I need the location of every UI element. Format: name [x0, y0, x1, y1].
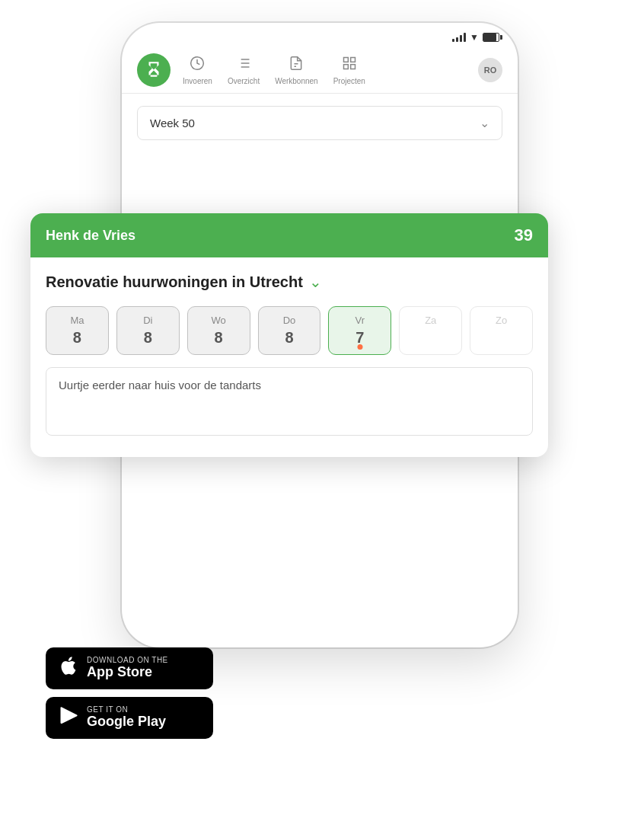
day-number-di: 8: [144, 329, 152, 347]
day-label-wo: Wo: [212, 315, 226, 326]
user-avatar[interactable]: RO: [478, 58, 502, 82]
day-btn-za[interactable]: Za: [399, 306, 462, 355]
app-store-subtitle: Download on the: [87, 656, 168, 664]
day-label-di: Di: [143, 315, 152, 326]
app-store-text: Download on the App Store: [87, 656, 168, 681]
google-play-icon: [58, 705, 79, 731]
svg-rect-9: [343, 57, 348, 62]
nav-item-werkbonnen[interactable]: Werkbonnen: [275, 56, 318, 85]
status-icons: ▼: [452, 32, 499, 43]
store-buttons: Download on the App Store: [46, 647, 213, 739]
wifi-icon: ▼: [470, 32, 479, 43]
project-title: Renovatie huurwoningen in Utrecht: [46, 273, 303, 291]
svg-rect-10: [350, 57, 355, 62]
chevron-down-icon: ⌄: [480, 116, 489, 130]
nav-label-invoeren: Invoeren: [183, 77, 212, 85]
project-title-row: Renovatie huurwoningen in Utrecht ⌄: [46, 273, 533, 291]
day-label-za: Za: [425, 315, 436, 326]
timesheet-card: Henk de Vries 39 Renovatie huurwoningen …: [30, 213, 548, 457]
day-number-ma: 8: [73, 329, 81, 347]
svg-rect-12: [350, 64, 355, 69]
day-btn-do[interactable]: Do 8: [258, 306, 321, 355]
day-number-zo: [499, 329, 504, 347]
card-header: Henk de Vries 39: [30, 213, 548, 257]
day-btn-wo[interactable]: Wo 8: [187, 306, 250, 355]
google-play-text: GET IT ON Google Play: [87, 705, 166, 730]
app-store-title: App Store: [87, 664, 168, 681]
svg-rect-11: [343, 64, 348, 69]
day-btn-vr[interactable]: Vr 7: [328, 306, 391, 355]
nav-label-overzicht: Overzicht: [228, 77, 260, 85]
nav-label-werkbonnen: Werkbonnen: [275, 77, 318, 85]
day-btn-ma[interactable]: Ma 8: [46, 306, 109, 355]
day-btn-zo[interactable]: Zo: [470, 306, 533, 355]
grid-icon: [342, 56, 357, 75]
apple-icon: [58, 655, 79, 682]
file-icon: [289, 56, 304, 75]
day-number-do: 8: [285, 329, 293, 347]
nav-item-overzicht[interactable]: Overzicht: [228, 56, 260, 85]
day-dot-vr: [357, 344, 362, 350]
nav-item-invoeren[interactable]: Invoeren: [183, 56, 212, 85]
day-label-zo: Zo: [496, 315, 507, 326]
google-play-title: Google Play: [87, 714, 166, 730]
app-navbar: Invoeren Overzicht: [122, 47, 518, 94]
week-selector[interactable]: Week 50 ⌄: [137, 106, 502, 140]
nav-label-projecten: Projecten: [333, 77, 365, 85]
day-number-za: [429, 329, 433, 347]
google-play-subtitle: GET IT ON: [87, 705, 166, 714]
app-store-button[interactable]: Download on the App Store: [46, 647, 213, 689]
day-number-wo: 8: [215, 329, 223, 347]
day-label-ma: Ma: [70, 315, 84, 326]
card-body: Renovatie huurwoningen in Utrecht ⌄ Ma 8…: [30, 257, 548, 457]
day-label-do: Do: [283, 315, 296, 326]
employee-name: Henk de Vries: [46, 228, 135, 244]
list-icon: [236, 56, 251, 75]
app-logo: [137, 53, 171, 87]
nav-item-projecten[interactable]: Projecten: [333, 56, 365, 85]
nav-items: Invoeren Overzicht: [183, 56, 478, 85]
note-textarea[interactable]: [46, 367, 533, 436]
week-label: Week 50: [150, 117, 195, 129]
project-chevron-icon[interactable]: ⌄: [309, 273, 322, 291]
day-label-vr: Vr: [355, 315, 365, 326]
day-buttons: Ma 8 Di 8 Wo 8 Do 8 Vr 7: [46, 306, 533, 355]
day-btn-di[interactable]: Di 8: [116, 306, 180, 355]
battery-icon: [483, 33, 499, 42]
status-bar: ▼: [122, 23, 518, 47]
total-hours: 39: [515, 225, 533, 245]
signal-icon: [452, 33, 466, 42]
clock-icon: [190, 56, 205, 75]
google-play-button[interactable]: GET IT ON Google Play: [46, 697, 213, 739]
